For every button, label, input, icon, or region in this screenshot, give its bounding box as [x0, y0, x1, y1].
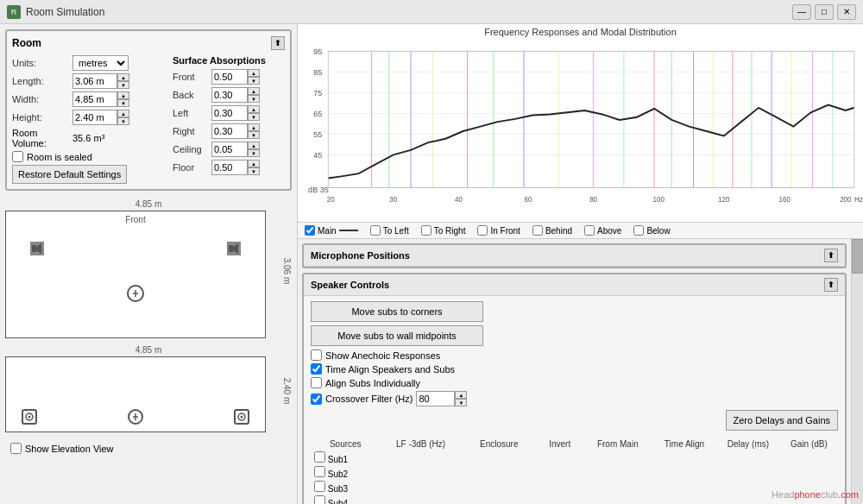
ceiling-up-button[interactable]: ▲	[248, 142, 260, 149]
zero-delays-button[interactable]: Zero Delays and Gains	[726, 410, 839, 431]
width-down-button[interactable]: ▼	[117, 99, 129, 107]
front-up-button[interactable]: ▲	[248, 69, 260, 77]
room-params: Units: metres Length: ▲ ▼	[12, 55, 285, 184]
microphone-icon	[127, 285, 144, 302]
close-button[interactable]: ✕	[837, 4, 856, 20]
units-select[interactable]: metres	[72, 55, 129, 71]
front-input-group: ▲ ▼	[211, 69, 260, 85]
show-anechoic-label: Show Anechoic Responses	[325, 350, 440, 361]
right-down-button[interactable]: ▼	[248, 131, 260, 139]
front-down-button[interactable]: ▼	[248, 77, 260, 85]
sub3-checkbox[interactable]	[314, 481, 325, 492]
back-up-button[interactable]: ▲	[248, 87, 260, 95]
ceiling-down-button[interactable]: ▼	[248, 149, 260, 157]
svg-rect-56	[328, 51, 854, 187]
front-label: Front	[173, 72, 211, 82]
sub4-checkbox[interactable]	[314, 495, 325, 504]
move-subs-corners-button[interactable]: Move subs to corners	[311, 301, 483, 322]
speaker-controls-section: Speaker Controls ⬆ Move subs to corners …	[302, 273, 847, 504]
width-up-button[interactable]: ▲	[117, 91, 129, 99]
diagrams-area: 4.85 m Front 3.06 m	[0, 196, 297, 504]
right-up-button[interactable]: ▲	[248, 123, 260, 131]
length-spinners: ▲ ▼	[117, 73, 129, 89]
left-up-button[interactable]: ▲	[248, 105, 260, 113]
microphone-positions-section: Microphone Positions ⬆	[302, 243, 847, 268]
svg-text:75: 75	[313, 87, 322, 97]
sub-icon-right	[234, 409, 249, 425]
col-from-main: From Main	[583, 438, 653, 450]
room-section: Room ⬆ Units: metres Length:	[5, 29, 292, 191]
floor-up-button[interactable]: ▲	[248, 160, 260, 167]
sub2-fm	[583, 465, 653, 480]
back-down-button[interactable]: ▼	[248, 95, 260, 103]
sealed-checkbox[interactable]	[12, 151, 23, 162]
controls-inner: Microphone Positions ⬆ Speaker Controls …	[298, 239, 863, 504]
left-input-group: ▲ ▼	[211, 105, 260, 121]
bottom-height-label: 2.40 m	[282, 377, 292, 404]
ceiling-input-group: ▲ ▼	[211, 142, 260, 157]
svg-text:Hz: Hz	[854, 195, 863, 204]
left-spinners: ▲ ▼	[248, 105, 260, 121]
length-input[interactable]	[72, 73, 117, 89]
width-row: Width: ▲ ▼	[12, 91, 164, 107]
crossover-down-button[interactable]: ▼	[455, 399, 467, 406]
height-spinners: ▲ ▼	[117, 110, 129, 125]
show-anechoic-checkbox[interactable]	[311, 350, 322, 361]
svg-rect-0	[32, 245, 36, 252]
sealed-label: Room is sealed	[27, 152, 92, 162]
crossover-row: Crossover Filter (Hz) ▲ ▼	[311, 391, 838, 406]
sub2-checkbox[interactable]	[314, 466, 325, 477]
room-right-col: Surface Absorptions Front ▲ ▼ Back	[173, 55, 285, 184]
col-invert: Invert	[537, 438, 583, 450]
scrollbar-thumb[interactable]	[852, 239, 863, 274]
floor-down-button[interactable]: ▼	[248, 167, 260, 175]
crossover-input-group: ▲ ▼	[416, 391, 467, 406]
height-down-button[interactable]: ▼	[117, 117, 129, 125]
svg-text:100: 100	[652, 195, 665, 204]
sub1-enc	[462, 450, 537, 465]
right-abs-input[interactable]	[211, 123, 248, 139]
sub4-cell: Sub4	[311, 495, 381, 504]
align-subs-checkbox[interactable]	[311, 377, 322, 388]
height-input[interactable]	[72, 110, 117, 125]
length-up-button[interactable]: ▲	[117, 73, 129, 81]
speaker-collapse-button[interactable]: ⬆	[824, 278, 838, 292]
crossover-up-button[interactable]: ▲	[455, 391, 467, 399]
show-elevation-label: Show Elevation View	[25, 444, 114, 454]
left-down-button[interactable]: ▼	[248, 113, 260, 121]
back-input[interactable]	[211, 87, 248, 103]
svg-marker-3	[233, 243, 238, 254]
time-align-row: Time Align Speakers and Subs	[311, 363, 838, 375]
room-collapse-button[interactable]: ⬆	[271, 36, 285, 50]
sub3-fm	[583, 480, 653, 495]
sub3-ta	[652, 480, 716, 495]
crossover-input[interactable]	[416, 391, 455, 406]
right-panel: Frequency Responses and Modal Distributi…	[298, 24, 863, 504]
sub1-cell: Sub1	[311, 450, 381, 465]
front-input[interactable]	[211, 69, 248, 85]
svg-text:dB 35: dB 35	[308, 185, 329, 194]
align-subs-row: Align Subs Individually	[311, 377, 838, 388]
minimize-button[interactable]: —	[792, 4, 811, 20]
width-input[interactable]	[72, 91, 117, 107]
maximize-button[interactable]: □	[815, 4, 834, 20]
move-subs-midpoints-button[interactable]: Move subs to wall midpoints	[311, 325, 483, 346]
show-elevation-checkbox[interactable]	[10, 443, 22, 454]
col-delay: Delay (ms)	[716, 438, 780, 450]
left-abs-input[interactable]	[211, 105, 248, 121]
sealed-row: Room is sealed	[12, 151, 164, 162]
microphone-collapse-button[interactable]: ⬆	[824, 249, 838, 262]
sub4-fm	[583, 495, 653, 504]
floor-input[interactable]	[211, 160, 248, 175]
col-enclosure: Enclosure	[462, 438, 537, 450]
crossover-checkbox[interactable]	[311, 394, 322, 405]
height-up-button[interactable]: ▲	[117, 110, 129, 117]
scrollbar[interactable]	[851, 239, 863, 504]
sub1-checkbox[interactable]	[314, 451, 325, 463]
time-align-checkbox[interactable]	[311, 363, 322, 375]
ceiling-input[interactable]	[211, 142, 248, 157]
svg-marker-1	[36, 243, 41, 254]
restore-defaults-button[interactable]: Restore Default Settings	[12, 165, 127, 184]
sub2-delay	[716, 465, 780, 480]
length-down-button[interactable]: ▼	[117, 81, 129, 89]
